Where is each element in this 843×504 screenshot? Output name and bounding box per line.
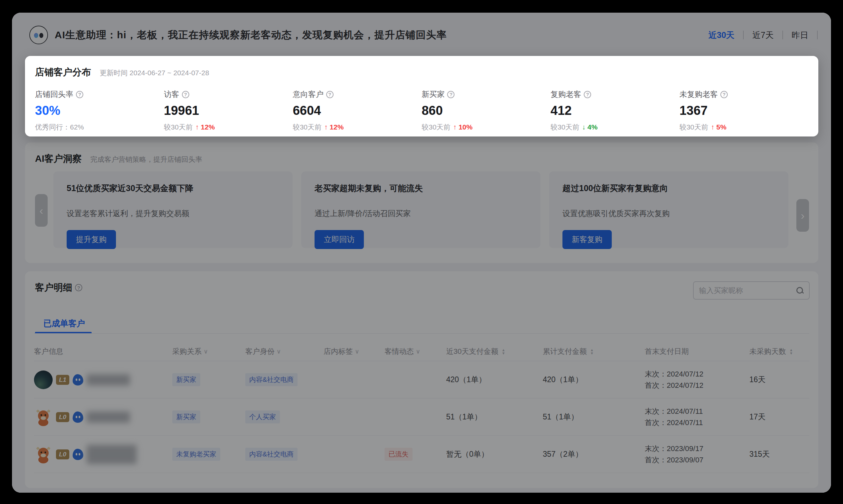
date-range-tabs: 近30天 近7天 昨日 [700, 30, 818, 41]
metric-delta: 较30天前↑ 12% [293, 123, 422, 132]
chat-icon[interactable] [73, 374, 83, 385]
insight-desc: 设置老客累计返利，提升复购交易额 [67, 209, 279, 219]
avatar [34, 371, 53, 389]
metric-repeat-customers: 复购老客? 412 较30天前↓ 4% [550, 89, 679, 132]
delta-up: ↑ 12% [324, 123, 344, 131]
metric-label: 复购老客 [550, 89, 581, 100]
boost-repurchase-button[interactable]: 提升复购 [67, 230, 116, 249]
assistant-message: AI生意助理：hi，老板，我正在持续观察新老客动态，发现复购机会，提升店铺回头率 [55, 28, 447, 42]
customer-detail-title: 客户明细 [35, 281, 72, 294]
metric-label: 店铺回头率 [35, 89, 73, 100]
metric-value: 1367 [679, 104, 808, 118]
carousel-next-icon[interactable]: › [796, 199, 809, 232]
divider [34, 333, 809, 334]
col-purchase-relation[interactable]: 采购关系∨ [172, 346, 245, 357]
assistant-bar: AI生意助理：hi，老板，我正在持续观察新老客动态，发现复购机会，提升店铺回头率… [29, 25, 818, 45]
metric-label: 未复购老客 [679, 89, 718, 100]
pay-dates-cell: 末次：2023/09/17首次：2023/09/07 [645, 443, 750, 466]
new-customer-repurchase-button[interactable]: 新客复购 [563, 230, 612, 249]
buyer-search-input[interactable]: 输入买家昵称 [693, 281, 810, 300]
insight-card-new-buyer-intent: 超过100位新买家有复购意向 设置优惠吸引优质买家再次复购 新客复购 [549, 172, 788, 248]
delta-up: ↑ 12% [195, 123, 214, 131]
metric-value: 6604 [293, 104, 422, 118]
blurred-customer-name [87, 445, 137, 464]
recent-amount-cell: 暂无（0单） [446, 449, 543, 460]
insight-title: 51位优质买家近30天交易金额下降 [67, 183, 279, 194]
ai-assistant-icon [29, 25, 48, 44]
tab-last-7-days[interactable]: 近7天 [744, 30, 782, 41]
help-icon[interactable]: ? [182, 91, 189, 98]
metric-value: 30% [35, 104, 164, 118]
metrics-row: 店铺回头率? 30% 优秀同行：62% 访客? 19961 较30天前↑ 12%… [35, 89, 808, 132]
chat-icon[interactable] [73, 449, 83, 460]
help-icon[interactable]: ? [720, 91, 728, 98]
metric-delta: 较30天前↑ 12% [164, 123, 293, 132]
metric-non-repeat-customers: 未复购老客? 1367 较30天前↑ 5% [679, 89, 808, 132]
insight-card-churn-risk: 老买家超期未复购，可能流失 通过上新/降价/活动召回买家 立即回访 [301, 172, 540, 248]
table-row: L1 新买家 内容&社交电商 420（1单） 420（1单） 末次：2024/0… [34, 361, 809, 398]
tab-last-30-days[interactable]: 近30天 [700, 30, 743, 41]
up-arrow-icon: ↑ [453, 123, 457, 131]
chevron-down-icon: ∨ [277, 348, 281, 355]
metric-intent-customers: 意向客户? 6604 较30天前↑ 12% [293, 89, 422, 132]
blurred-customer-name [87, 374, 130, 385]
table-header: 客户信息 采购关系∨ 客户身份∨ 店内标签∨ 客情动态∨ 近30天支付金额▲▼ … [34, 342, 809, 361]
col-total-amount[interactable]: 累计支付金额▲▼ [543, 346, 645, 357]
chat-icon[interactable] [73, 412, 83, 423]
delta-up: ↑ 5% [711, 123, 727, 131]
col-customer-status[interactable]: 客情动态∨ [384, 346, 446, 357]
search-placeholder: 输入买家昵称 [699, 286, 796, 295]
col-store-tag[interactable]: 店内标签∨ [324, 346, 384, 357]
app-window: AI生意助理：hi，老板，我正在持续观察新老客动态，发现复购机会，提升店铺回头率… [12, 13, 831, 493]
days-cell: 16天 [750, 375, 809, 385]
default-avatar-bull-icon [34, 445, 53, 464]
col-days-since-purchase[interactable]: 未采购天数▲▼ [750, 346, 809, 357]
total-amount-cell: 357（2单） [543, 449, 645, 460]
metric-value: 19961 [164, 104, 293, 118]
metric-new-buyers: 新买家? 860 较30天前↑ 10% [422, 89, 550, 132]
distribution-title: 店铺客户分布 [35, 66, 91, 78]
tab-ordered-customers[interactable]: 已成单客户 [43, 318, 85, 329]
tab-yesterday[interactable]: 昨日 [783, 30, 817, 41]
metric-delta: 较30天前↑ 5% [679, 123, 808, 132]
total-amount-cell: 51（1单） [543, 412, 645, 422]
insight-card-quality-buyers: 51位优质买家近30天交易金额下降 设置老客累计返利，提升复购交易额 提升复购 [53, 172, 293, 248]
help-icon[interactable]: ? [447, 91, 454, 98]
insights-subtitle: 完成客户营销策略，提升店铺回头率 [90, 155, 202, 164]
metric-visitors: 访客? 19961 较30天前↑ 12% [164, 89, 293, 132]
divider [817, 31, 818, 39]
identity-cell: 内容&社交电商 [245, 448, 324, 461]
help-icon[interactable]: ? [75, 284, 82, 291]
revisit-now-button[interactable]: 立即回访 [314, 230, 364, 249]
up-arrow-icon: ↑ [324, 123, 328, 131]
help-icon[interactable]: ? [584, 91, 591, 98]
help-icon[interactable]: ? [326, 91, 333, 98]
recent-amount-cell: 51（1单） [446, 412, 543, 422]
days-cell: 17天 [750, 412, 809, 422]
chevron-down-icon: ∨ [355, 348, 359, 355]
purchase-relation-cell: 新买家 [172, 411, 245, 424]
customer-table: 客户信息 采购关系∨ 客户身份∨ 店内标签∨ 客情动态∨ 近30天支付金额▲▼ … [34, 342, 809, 473]
total-amount-cell: 420（1单） [543, 375, 645, 385]
col-pay-dates: 首末支付日期 [645, 346, 750, 357]
up-arrow-icon: ↑ [195, 123, 199, 131]
status-cell: 已流失 [384, 448, 446, 461]
help-icon[interactable]: ? [76, 91, 83, 98]
identity-cell: 内容&社交电商 [245, 373, 324, 386]
carousel-prev-icon[interactable]: ‹ [35, 194, 48, 227]
insight-cards: 51位优质买家近30天交易金额下降 设置老客累计返利，提升复购交易额 提升复购 … [53, 172, 788, 248]
customer-info-cell: L1 [34, 371, 172, 389]
search-icon[interactable] [796, 287, 804, 294]
metric-return-rate: 店铺回头率? 30% 优秀同行：62% [35, 89, 164, 132]
col-customer-identity[interactable]: 客户身份∨ [245, 346, 324, 357]
delta-up: ↑ 10% [453, 123, 472, 131]
delta-down: ↓ 4% [582, 123, 598, 131]
purchase-relation-cell: 未复购老买家 [172, 448, 245, 461]
metric-label: 访客 [164, 89, 179, 100]
sort-icon: ▲▼ [501, 348, 505, 355]
col-recent-amount[interactable]: 近30天支付金额▲▼ [446, 346, 543, 357]
identity-cell: 个人买家 [245, 411, 324, 424]
blurred-customer-name [87, 412, 130, 423]
insight-desc: 通过上新/降价/活动召回买家 [314, 209, 527, 219]
down-arrow-icon: ↓ [582, 123, 586, 131]
